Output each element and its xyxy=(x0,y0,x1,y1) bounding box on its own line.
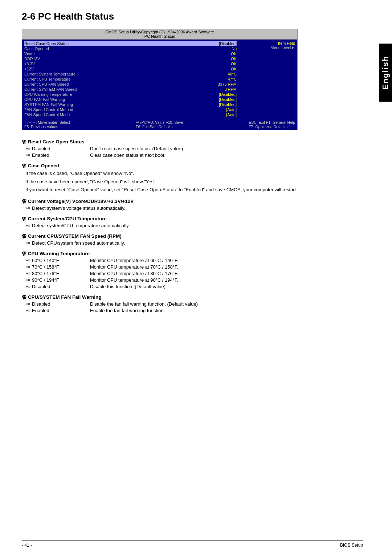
item-row: »»DisabledDon't reset case open status. … xyxy=(25,146,363,151)
item-key: 60°C / 140°F xyxy=(32,258,90,263)
section-title: ⚢ Case Opened xyxy=(22,163,363,168)
page-footer: - 41 - BIOS Setup xyxy=(22,540,363,548)
section-title: ⚢ Current Voltage(V) Vcore/DDR18V/+3.3V/… xyxy=(22,199,363,204)
sections-container: ⚢ Reset Case Open Status»»DisabledDon't … xyxy=(22,139,363,313)
section-current-voltage: ⚢ Current Voltage(V) Vcore/DDR18V/+3.3V/… xyxy=(22,199,363,211)
bios-row-label: Current CPU Temperature xyxy=(24,77,71,81)
item-key: Detect system's voltage status automatic… xyxy=(32,205,125,211)
bios-row: Current CPU Temperature47°C xyxy=(24,77,237,82)
bios-copyright: CMOS Setup Utility-Copyright (C) 1984-20… xyxy=(22,30,297,34)
bios-footer-right2: F7: Optimized Defaults xyxy=(249,125,295,129)
item-row: »»70°C / 158°FMonitor CPU temperature at… xyxy=(25,264,363,270)
bios-row: Case OpenedNo xyxy=(24,46,237,51)
footer-page-number: - 41 - xyxy=(22,543,32,548)
item-key: Enabled xyxy=(32,308,90,313)
bios-row: Current CPU FAN Speed3375 RPM xyxy=(24,82,237,87)
bios-row-label: +12V xyxy=(24,67,34,71)
bios-row-value: [Disabled] xyxy=(219,41,237,46)
bios-row: Current System Temperature40°C xyxy=(24,72,237,77)
english-tab: English xyxy=(379,44,392,102)
item-row: »»90°C / 194°FMonitor CPU temperature at… xyxy=(25,277,363,283)
section-body: »»Detect system/CPU temperature automati… xyxy=(22,223,363,228)
plain-text: If the case is closed, "Case Opened" wil… xyxy=(25,170,363,177)
item-row: »»60°C / 140°FMonitor CPU temperature at… xyxy=(25,258,363,263)
section-title: ⚢ Current CPU/SYSTEM FAN Speed (RPM) xyxy=(22,233,363,239)
section-title-icon: ⚢ xyxy=(22,251,26,256)
item-key: Disabled xyxy=(32,301,90,307)
item-arrow: »» xyxy=(25,223,32,228)
page-title: 2-6 PC Health Status xyxy=(22,11,363,22)
item-arrow: »» xyxy=(25,271,32,276)
section-title-icon: ⚢ xyxy=(22,216,26,221)
bios-row-label: SYSTEM FAN Fail Warning xyxy=(24,102,73,107)
bios-footer-left1: ↑↓→←: Move Enter: Select xyxy=(24,120,70,125)
item-help-menu: Menu Level► xyxy=(241,45,295,50)
section-title: ⚢ CPU Warning Temperature xyxy=(22,251,363,256)
item-desc: Monitor CPU temperature at 60°C / 140°F. xyxy=(90,258,363,263)
item-arrow: »» xyxy=(25,301,32,307)
item-row: »»Detect system/CPU temperature automati… xyxy=(25,223,363,228)
section-body: »»Detect system's voltage status automat… xyxy=(22,205,363,211)
bios-row: Current SYSTEM FAN Speed0 RPM xyxy=(24,87,237,92)
bios-row-label: Current SYSTEM FAN Speed xyxy=(24,87,77,91)
item-key: Disabled xyxy=(32,146,90,151)
item-key: 90°C / 194°F xyxy=(32,277,90,283)
item-desc: Disable this function. (Default value) xyxy=(90,284,363,289)
section-title: ⚢ Reset Case Open Status xyxy=(22,139,363,144)
item-arrow: »» xyxy=(25,152,32,158)
item-arrow: »» xyxy=(25,205,32,211)
item-desc: Monitor CPU temperature at 70°C / 158°F. xyxy=(90,264,363,270)
bios-row-value: [Auto] xyxy=(226,107,237,112)
item-arrow: »» xyxy=(25,258,32,263)
bios-row-value: 47°C xyxy=(228,77,237,81)
item-arrow: »» xyxy=(25,264,32,270)
item-row: »»DisabledDisable this function. (Defaul… xyxy=(25,284,363,289)
item-row: »»Detect system's voltage status automat… xyxy=(25,205,363,211)
bios-row-value: [Auto] xyxy=(226,113,237,117)
bios-row-value: [Disabled] xyxy=(219,102,237,107)
item-key: Detect system/CPU temperature automatica… xyxy=(32,223,130,228)
plain-text: If the case have been opened, "Case Open… xyxy=(25,178,363,185)
bios-row: FAN Speed Control Method[Auto] xyxy=(24,107,237,112)
section-title-icon: ⚢ xyxy=(22,139,26,144)
section-current-fan-speed: ⚢ Current CPU/SYSTEM FAN Speed (RPM)»»De… xyxy=(22,233,363,246)
bios-row-label: FAN Speed Control Method xyxy=(24,107,73,112)
bios-box: CMOS Setup Utility-Copyright (C) 1984-20… xyxy=(22,29,298,130)
bios-row-label: FAN Speed Control Mode xyxy=(24,113,70,117)
item-key: Disabled xyxy=(32,284,90,289)
item-row: »»Detect CPU/system fan speed automatica… xyxy=(25,240,363,246)
section-title-icon: ⚢ xyxy=(22,163,26,168)
bios-row: FAN Speed Control Mode[Auto] xyxy=(24,112,237,117)
item-arrow: »» xyxy=(25,284,32,289)
bios-section-title: PC Health Status xyxy=(22,34,297,38)
bios-row: +3.3VOK xyxy=(24,61,237,66)
section-body: »»Detect CPU/system fan speed automatica… xyxy=(22,240,363,246)
bios-row-label: CPU Warning Temperature xyxy=(24,92,72,97)
bios-row: +12VOK xyxy=(24,66,237,72)
bios-row-value: [Disabled] xyxy=(219,97,237,102)
bios-row: CPU Warning Temperature[Disabled] xyxy=(24,92,237,97)
bios-row-label: CPU FAN Fail Warning xyxy=(24,97,65,102)
item-arrow: »» xyxy=(25,240,32,246)
section-cpu-system-fan-fail: ⚢ CPU/SYSTEM FAN Fail Warning»»DisabledD… xyxy=(22,294,363,313)
section-cpu-warning-temp: ⚢ CPU Warning Temperature»»60°C / 140°FM… xyxy=(22,251,363,289)
bios-row-value: 0 RPM xyxy=(224,87,237,91)
section-title-icon: ⚢ xyxy=(22,294,26,300)
bios-row-value: OK xyxy=(231,52,237,56)
bios-body: Reset Case Open Status[Disabled]Case Ope… xyxy=(22,40,297,119)
section-body: »»DisabledDon't reset case open status. … xyxy=(22,146,363,158)
section-title-icon: ⚢ xyxy=(22,199,26,204)
section-title: ⚢ CPU/SYSTEM FAN Fail Warning xyxy=(22,294,363,300)
bios-row-label: Current CPU FAN Speed xyxy=(24,82,69,86)
section-body: »»60°C / 140°FMonitor CPU temperature at… xyxy=(22,258,363,289)
bios-row-value: 40°C xyxy=(228,72,237,76)
section-case-opened: ⚢ Case OpenedIf the case is closed, "Cas… xyxy=(22,163,363,193)
bios-row-label: +3.3V xyxy=(24,62,35,66)
item-help-title: Item Help xyxy=(241,41,295,45)
item-key: 80°C / 176°F xyxy=(32,271,90,276)
bios-footer-mid1: +/-/PU/PD: Value F10: Save xyxy=(136,120,183,125)
bios-row-value: OK xyxy=(231,67,237,71)
main-content: 2-6 PC Health Status CMOS Setup Utility-… xyxy=(0,0,392,329)
section-title-icon: ⚢ xyxy=(22,233,26,239)
bios-row-label: Vcore xyxy=(24,52,35,56)
